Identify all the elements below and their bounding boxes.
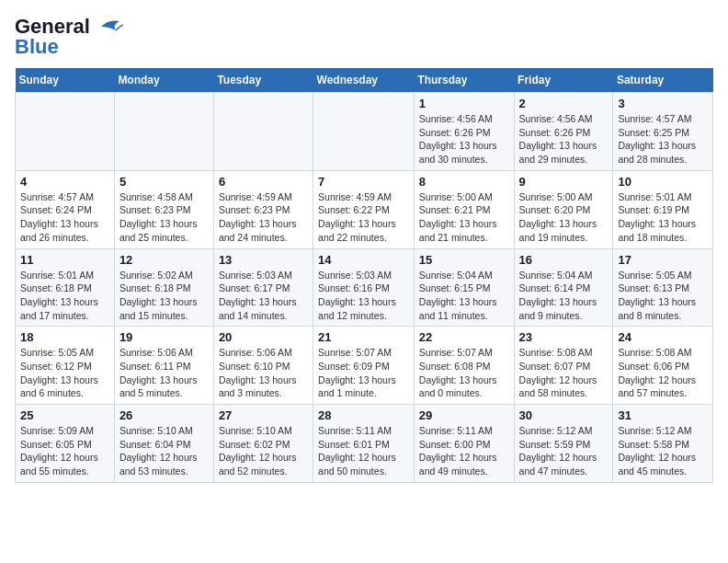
col-header-saturday: Saturday (613, 68, 713, 93)
calendar-cell: 23Sunrise: 5:08 AM Sunset: 6:07 PM Dayli… (514, 327, 613, 405)
col-header-thursday: Thursday (414, 68, 514, 93)
calendar-week-row: 18Sunrise: 5:05 AM Sunset: 6:12 PM Dayli… (16, 327, 713, 405)
calendar-cell: 27Sunrise: 5:10 AM Sunset: 6:02 PM Dayli… (213, 405, 313, 483)
day-number: 19 (119, 330, 209, 344)
calendar-cell: 18Sunrise: 5:05 AM Sunset: 6:12 PM Dayli… (16, 327, 115, 405)
day-number: 10 (618, 175, 708, 189)
day-number: 12 (119, 253, 209, 267)
calendar-cell: 12Sunrise: 5:02 AM Sunset: 6:18 PM Dayli… (114, 248, 213, 327)
calendar-cell: 14Sunrise: 5:03 AM Sunset: 6:16 PM Dayli… (313, 248, 415, 327)
day-number: 26 (119, 408, 209, 422)
calendar-table: SundayMondayTuesdayWednesdayThursdayFrid… (15, 68, 713, 483)
day-info: Sunrise: 5:12 AM Sunset: 5:58 PM Dayligh… (618, 424, 708, 478)
calendar-cell: 13Sunrise: 5:03 AM Sunset: 6:17 PM Dayli… (213, 248, 313, 327)
day-number: 13 (219, 253, 308, 267)
calendar-cell: 31Sunrise: 5:12 AM Sunset: 5:58 PM Dayli… (613, 405, 713, 483)
day-info: Sunrise: 5:09 AM Sunset: 6:05 PM Dayligh… (20, 424, 109, 478)
day-info: Sunrise: 5:08 AM Sunset: 6:06 PM Dayligh… (618, 346, 708, 400)
day-info: Sunrise: 5:05 AM Sunset: 6:12 PM Dayligh… (20, 346, 109, 400)
day-info: Sunrise: 5:00 AM Sunset: 6:21 PM Dayligh… (419, 190, 509, 245)
day-number: 25 (20, 408, 109, 422)
day-info: Sunrise: 4:59 AM Sunset: 6:23 PM Dayligh… (219, 190, 308, 245)
calendar-cell: 8Sunrise: 5:00 AM Sunset: 6:21 PM Daylig… (414, 170, 514, 248)
day-info: Sunrise: 5:12 AM Sunset: 5:59 PM Dayligh… (519, 424, 609, 478)
day-info: Sunrise: 5:11 AM Sunset: 6:00 PM Dayligh… (419, 424, 509, 478)
col-header-sunday: Sunday (16, 68, 115, 93)
day-info: Sunrise: 5:07 AM Sunset: 6:09 PM Dayligh… (318, 346, 409, 400)
calendar-week-row: 4Sunrise: 4:57 AM Sunset: 6:24 PM Daylig… (16, 170, 713, 248)
day-info: Sunrise: 5:11 AM Sunset: 6:01 PM Dayligh… (318, 424, 409, 478)
calendar-cell: 3Sunrise: 4:57 AM Sunset: 6:25 PM Daylig… (613, 93, 713, 171)
day-number: 3 (618, 97, 708, 110)
day-number: 21 (318, 330, 409, 344)
day-number: 4 (20, 175, 109, 189)
day-info: Sunrise: 4:56 AM Sunset: 6:26 PM Dayligh… (419, 112, 509, 167)
day-info: Sunrise: 5:00 AM Sunset: 6:20 PM Dayligh… (519, 190, 609, 245)
day-info: Sunrise: 5:06 AM Sunset: 6:11 PM Dayligh… (119, 346, 209, 400)
calendar-cell: 10Sunrise: 5:01 AM Sunset: 6:19 PM Dayli… (613, 170, 713, 248)
day-info: Sunrise: 4:58 AM Sunset: 6:23 PM Dayligh… (119, 190, 209, 245)
day-number: 24 (618, 330, 708, 344)
day-number: 5 (119, 175, 209, 189)
day-number: 11 (20, 253, 109, 267)
col-header-wednesday: Wednesday (313, 68, 415, 93)
day-info: Sunrise: 5:05 AM Sunset: 6:13 PM Dayligh… (618, 269, 708, 323)
day-info: Sunrise: 5:03 AM Sunset: 6:17 PM Dayligh… (219, 269, 308, 323)
day-info: Sunrise: 4:59 AM Sunset: 6:22 PM Dayligh… (318, 190, 409, 245)
day-number: 6 (219, 175, 308, 189)
calendar-cell: 2Sunrise: 4:56 AM Sunset: 6:26 PM Daylig… (514, 93, 613, 171)
day-number: 1 (419, 97, 509, 110)
calendar-cell (114, 93, 213, 171)
calendar-cell: 25Sunrise: 5:09 AM Sunset: 6:05 PM Dayli… (16, 405, 115, 483)
calendar-cell: 15Sunrise: 5:04 AM Sunset: 6:15 PM Dayli… (414, 248, 514, 327)
day-info: Sunrise: 4:57 AM Sunset: 6:24 PM Dayligh… (20, 190, 109, 245)
calendar-week-row: 11Sunrise: 5:01 AM Sunset: 6:18 PM Dayli… (16, 248, 713, 327)
day-number: 15 (419, 253, 509, 267)
calendar-cell: 17Sunrise: 5:05 AM Sunset: 6:13 PM Dayli… (613, 248, 713, 327)
calendar-cell: 19Sunrise: 5:06 AM Sunset: 6:11 PM Dayli… (114, 327, 213, 405)
day-info: Sunrise: 5:07 AM Sunset: 6:08 PM Dayligh… (419, 346, 509, 400)
calendar-cell: 30Sunrise: 5:12 AM Sunset: 5:59 PM Dayli… (514, 405, 613, 483)
day-info: Sunrise: 5:03 AM Sunset: 6:16 PM Dayligh… (318, 269, 409, 323)
day-number: 16 (519, 253, 609, 267)
day-number: 28 (318, 408, 409, 422)
logo: General Blue (15, 15, 123, 59)
day-number: 14 (318, 253, 409, 267)
day-info: Sunrise: 5:01 AM Sunset: 6:18 PM Dayligh… (20, 269, 109, 323)
col-header-friday: Friday (514, 68, 613, 93)
day-number: 18 (20, 330, 109, 344)
day-number: 8 (419, 175, 509, 189)
calendar-cell: 29Sunrise: 5:11 AM Sunset: 6:00 PM Dayli… (414, 405, 514, 483)
calendar-cell: 28Sunrise: 5:11 AM Sunset: 6:01 PM Dayli… (313, 405, 415, 483)
day-number: 17 (618, 253, 708, 267)
day-number: 22 (419, 330, 509, 344)
day-info: Sunrise: 5:08 AM Sunset: 6:07 PM Dayligh… (519, 346, 609, 400)
day-number: 31 (618, 408, 708, 422)
calendar-cell: 5Sunrise: 4:58 AM Sunset: 6:23 PM Daylig… (114, 170, 213, 248)
page-header: General Blue (15, 15, 713, 59)
day-number: 27 (219, 408, 308, 422)
calendar-cell: 24Sunrise: 5:08 AM Sunset: 6:06 PM Dayli… (613, 327, 713, 405)
calendar-cell: 7Sunrise: 4:59 AM Sunset: 6:22 PM Daylig… (313, 170, 415, 248)
day-number: 2 (519, 97, 609, 110)
day-info: Sunrise: 5:04 AM Sunset: 6:14 PM Dayligh… (519, 269, 609, 323)
calendar-cell (16, 93, 115, 171)
calendar-header-row: SundayMondayTuesdayWednesdayThursdayFrid… (16, 68, 713, 93)
day-number: 29 (419, 408, 509, 422)
day-info: Sunrise: 4:56 AM Sunset: 6:26 PM Dayligh… (519, 112, 609, 167)
calendar-week-row: 1Sunrise: 4:56 AM Sunset: 6:26 PM Daylig… (16, 93, 713, 171)
day-info: Sunrise: 5:02 AM Sunset: 6:18 PM Dayligh… (119, 269, 209, 323)
calendar-cell (313, 93, 415, 171)
calendar-cell: 16Sunrise: 5:04 AM Sunset: 6:14 PM Dayli… (514, 248, 613, 327)
day-info: Sunrise: 5:06 AM Sunset: 6:10 PM Dayligh… (219, 346, 308, 400)
logo-text-blue: Blue (15, 35, 59, 59)
calendar-cell: 11Sunrise: 5:01 AM Sunset: 6:18 PM Dayli… (16, 248, 115, 327)
col-header-monday: Monday (114, 68, 213, 93)
calendar-cell: 21Sunrise: 5:07 AM Sunset: 6:09 PM Dayli… (313, 327, 415, 405)
calendar-cell: 6Sunrise: 4:59 AM Sunset: 6:23 PM Daylig… (213, 170, 313, 248)
calendar-cell: 22Sunrise: 5:07 AM Sunset: 6:08 PM Dayli… (414, 327, 514, 405)
calendar-cell: 1Sunrise: 4:56 AM Sunset: 6:26 PM Daylig… (414, 93, 514, 171)
calendar-cell (213, 93, 313, 171)
calendar-cell: 26Sunrise: 5:10 AM Sunset: 6:04 PM Dayli… (114, 405, 213, 483)
day-number: 7 (318, 175, 409, 189)
